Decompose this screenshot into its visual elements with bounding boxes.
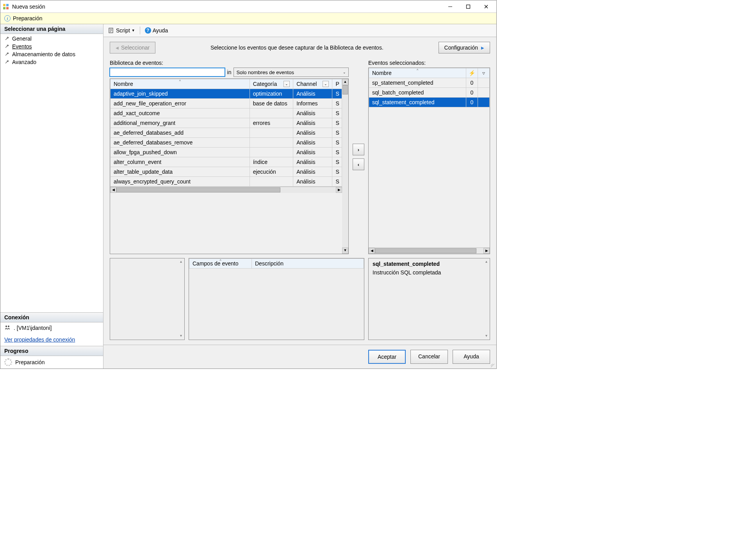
remove-button[interactable]: ‹ [353, 158, 364, 170]
col-channel[interactable]: Channel⌄ [293, 79, 332, 89]
window-controls [445, 2, 494, 11]
table-row[interactable]: sp_statement_completed0 [369, 78, 490, 88]
help-button-bottom[interactable]: Ayuda [453, 350, 490, 364]
config-label: Configuración [444, 45, 478, 51]
scroll-down-icon[interactable]: ▾ [178, 333, 184, 339]
col-name[interactable]: ^Nombre [111, 79, 250, 89]
help-icon: ? [145, 27, 151, 34]
bolt-icon: ⚡ [469, 70, 475, 76]
table-row[interactable]: alter_column_eventíndiceAnálisisS [111, 157, 342, 167]
h-scrollbar[interactable]: ◀ ▶ [110, 187, 342, 193]
content: ◀ Seleccionar Seleccione los eventos que… [103, 37, 496, 345]
svg-rect-1 [6, 4, 9, 6]
selected-panel: Eventos seleccionados: ^Nombre ⚡ [368, 60, 490, 254]
table-row[interactable]: additional_memory_granterroresAnálisisS [111, 118, 342, 128]
chevron-down-icon: ⌄ [343, 70, 346, 74]
info-strip: i Preparación [0, 13, 496, 24]
col-category[interactable]: Categoría⌄ [250, 79, 293, 89]
wrench-icon [4, 59, 10, 65]
col-description[interactable]: Descripción [252, 259, 364, 269]
progress-row: Preparación [0, 356, 103, 369]
table-row[interactable]: sql_statement_completed0 [369, 98, 490, 107]
selected-grid-body[interactable]: ^Nombre ⚡ ▿ sp_statement_completed0 sql_… [369, 68, 490, 247]
ok-button[interactable]: Aceptar [368, 350, 406, 364]
scroll-left-icon[interactable]: ◀ [369, 248, 375, 254]
scroll-down-icon[interactable]: ▼ [342, 247, 348, 254]
table-row[interactable]: adaptive_join_skippedoptimizationAnálisi… [111, 89, 342, 99]
scroll-thumb[interactable] [342, 85, 348, 94]
table-row[interactable]: allow_fpga_pushed_downAnálisisS [111, 148, 342, 157]
scroll-thumb[interactable] [116, 187, 280, 192]
chevron-left-icon: ‹ [358, 162, 359, 167]
chevron-down-icon: ▼ [132, 28, 135, 32]
h-scrollbar[interactable]: ◀ ▶ [369, 247, 490, 254]
script-icon [108, 27, 114, 34]
table-row[interactable]: add_new_file_operation_errorbase de dato… [111, 99, 342, 109]
event-fields-panel: ^Campos de evento Descripción [189, 258, 364, 340]
connection-value-row: . [VM1\jdantoni] [0, 322, 103, 333]
sidebar-item-eventos[interactable]: Eventos [0, 43, 103, 50]
toolbar: Script ▼ ? Ayuda [103, 24, 496, 37]
filter-mode-combo[interactable]: Solo nombres de eventos ⌄ [234, 68, 349, 77]
middle-row: Biblioteca de eventos: in Solo nombres d… [110, 60, 490, 254]
sidebar-item-advanced[interactable]: Avanzado [0, 58, 103, 66]
scroll-down-icon[interactable]: ▾ [483, 333, 489, 339]
scroll-up-icon[interactable]: ▴ [178, 259, 184, 265]
in-label: in [227, 69, 232, 75]
col-filter-icon[interactable]: ▿ [478, 68, 490, 78]
table-row[interactable]: ae_deferred_databases_addAnálisisS [111, 128, 342, 138]
instruction-text: Seleccione los eventos que desee captura… [162, 45, 432, 51]
sidebar-items: General Eventos Almacenamiento de datos … [0, 34, 103, 67]
add-button[interactable]: › [353, 144, 364, 155]
config-button[interactable]: Configuración ▶ [439, 42, 490, 53]
svg-rect-2 [3, 7, 5, 9]
sidebar-item-general[interactable]: General [0, 35, 103, 43]
help-button[interactable]: ? Ayuda [145, 27, 168, 34]
bottom-row: ▴ ▾ ^Campos de evento Descripción [110, 258, 490, 340]
library-grid-body[interactable]: ^Nombre Categoría⌄ Channel⌄ P adaptive_j… [110, 79, 342, 254]
maximize-button[interactable] [463, 2, 474, 11]
script-button[interactable]: Script ▼ [108, 27, 135, 34]
chevron-down-icon[interactable]: ⌄ [284, 81, 290, 87]
scroll-left-icon[interactable]: ◀ [110, 187, 116, 193]
library-label: Biblioteca de eventos: [110, 60, 349, 66]
app-icon [3, 4, 9, 10]
table-row[interactable]: alter_table_update_dataejecuciónAnálisis… [111, 167, 342, 177]
spinner-icon [4, 358, 12, 366]
close-button[interactable] [481, 2, 492, 11]
filter-mode-value: Solo nombres de eventos [236, 69, 294, 75]
col-actions-icon[interactable]: ⚡ [466, 68, 478, 78]
v-scrollbar[interactable]: ▲ ▼ [342, 79, 348, 254]
col-event-fields[interactable]: ^Campos de evento [189, 259, 252, 269]
connection-properties-link[interactable]: Ver propiedades de conexión [0, 333, 103, 346]
resize-grip-icon[interactable] [103, 364, 496, 369]
scroll-thumb[interactable] [375, 248, 476, 253]
event-description-panel: sql_statement_completed Instrucción SQL … [368, 258, 490, 340]
minimize-button[interactable] [445, 2, 456, 11]
col-name[interactable]: ^Nombre [369, 68, 466, 78]
svg-point-9 [8, 326, 9, 327]
scroll-up-icon[interactable]: ▲ [342, 79, 348, 85]
table-row[interactable]: add_xact_outcomeAnálisisS [111, 109, 342, 118]
scroll-right-icon[interactable]: ▶ [483, 248, 490, 254]
table-row[interactable]: sql_batch_completed0 [369, 88, 490, 98]
sidebar-item-label: Eventos [12, 43, 32, 50]
library-panel: Biblioteca de eventos: in Solo nombres d… [110, 60, 349, 254]
sidebar-item-label: Avanzado [12, 59, 36, 65]
wrench-icon [4, 52, 10, 57]
sidebar-header: Seleccionar una página [0, 24, 103, 34]
select-button[interactable]: ◀ Seleccionar [110, 42, 155, 53]
progress-header: Progreso [0, 346, 103, 356]
svg-rect-5 [467, 5, 470, 8]
chevron-right-icon: ▶ [481, 46, 484, 50]
search-input[interactable] [110, 68, 225, 77]
col-p[interactable]: P [332, 79, 342, 89]
cancel-button[interactable]: Cancelar [410, 350, 448, 364]
sidebar-item-storage[interactable]: Almacenamiento de datos [0, 50, 103, 58]
chevron-down-icon[interactable]: ⌄ [323, 81, 329, 87]
table-row[interactable]: always_encrypted_query_countAnálisisS [111, 177, 342, 187]
table-row[interactable]: ae_deferred_databases_removeAnálisisS [111, 138, 342, 148]
scroll-right-icon[interactable]: ▶ [336, 187, 342, 193]
transfer-buttons: › ‹ [353, 60, 364, 254]
scroll-up-icon[interactable]: ▴ [483, 259, 489, 265]
